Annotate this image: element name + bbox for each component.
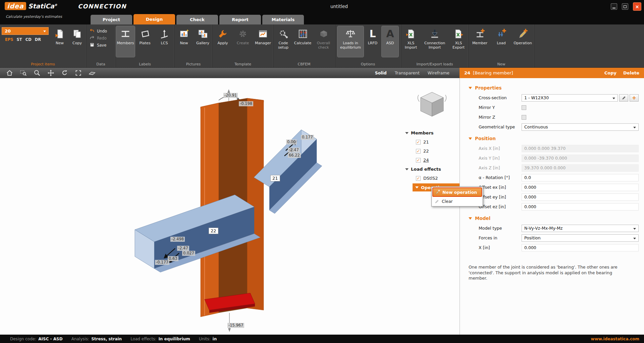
group-label-labels: Labels	[116, 62, 174, 66]
tree-item-member-24[interactable]: ✓ 24	[402, 156, 460, 165]
forces-in-dropdown[interactable]: Position	[522, 234, 639, 242]
rotate-view-icon[interactable]	[60, 69, 68, 77]
tree-group-members[interactable]: Members	[402, 128, 460, 137]
labels-lcs-toggle[interactable]: LCS	[155, 26, 174, 57]
undo-button[interactable]: Undo	[86, 27, 115, 35]
member-delete-button[interactable]: Delete	[623, 70, 639, 75]
overall-check-button[interactable]: Overall check	[313, 26, 334, 57]
load-value-label: 0.177	[301, 135, 314, 140]
rotation-field[interactable]: 0.0	[522, 174, 639, 181]
mirror-y-checkbox[interactable]	[522, 105, 526, 110]
code-setup-button[interactable]: Code setup	[274, 26, 293, 57]
checkbox-checked[interactable]: ✓	[416, 158, 421, 163]
template-apply-button[interactable]: Apply	[213, 26, 232, 57]
maximize-icon	[624, 5, 627, 8]
mirror-z-checkbox[interactable]	[522, 115, 526, 120]
collapse-triangle-icon[interactable]	[469, 137, 472, 140]
expander-icon[interactable]	[415, 186, 419, 188]
tab-materials[interactable]: Materials	[262, 15, 304, 24]
tab-project[interactable]: Project	[91, 15, 132, 24]
pan-icon[interactable]	[47, 69, 55, 77]
zoom-window-icon[interactable]	[19, 69, 27, 77]
render-mode-solid[interactable]: Solid	[375, 70, 387, 75]
type-cd[interactable]: CD	[25, 37, 32, 42]
close-button[interactable]: ×	[633, 2, 641, 11]
tree-item-member-21[interactable]: ✓ 21	[402, 137, 460, 147]
project-item-new-button[interactable]: New	[51, 26, 68, 57]
app-logo: idea StatiCa®	[5, 2, 57, 10]
member-badge-21[interactable]: 21	[270, 175, 280, 181]
tree-group-load-effects[interactable]: Load effects	[402, 165, 460, 174]
section-position[interactable]: Position	[460, 133, 644, 144]
context-menu-new-operation[interactable]: New operation	[432, 187, 482, 197]
offset-ez-field[interactable]: 0.000	[522, 203, 639, 211]
xls-export-button[interactable]: XLS Export	[449, 26, 468, 57]
labels-members-toggle[interactable]: Members	[116, 26, 135, 57]
model-type-dropdown[interactable]: N-Vy-Vz-Mx-My-Mz	[522, 225, 639, 232]
xls-import-button[interactable]: XLS Import	[401, 26, 421, 57]
loads-in-equilibrium-toggle[interactable]: Loads in equilibrium	[337, 26, 364, 57]
cross-section-dropdown[interactable]: 1 - W12X30	[522, 94, 618, 102]
section-properties[interactable]: Properties	[460, 83, 644, 93]
maximize-button[interactable]	[622, 3, 628, 10]
axes-icon	[158, 28, 170, 40]
logo-registered-mark: ®	[54, 3, 57, 7]
redo-button[interactable]: Redo	[86, 35, 115, 42]
checkbox-checked[interactable]: ✓	[416, 149, 421, 154]
project-item-combo[interactable]: 20	[2, 27, 49, 35]
section-model[interactable]: Model	[460, 213, 644, 223]
website-link[interactable]: www.ideastatica.com	[591, 337, 644, 341]
add-cross-section-button[interactable]: +	[630, 94, 639, 102]
x-position-field[interactable]: 0.000	[522, 244, 639, 251]
template-create-button[interactable]: Create	[233, 26, 253, 57]
type-eps[interactable]: EPS	[5, 37, 13, 42]
checkbox-checked[interactable]: ✓	[416, 140, 421, 145]
render-mode-transparent[interactable]: Transparent	[395, 70, 420, 75]
tree-item-load-dstls2[interactable]: ✓ DStlS2	[402, 174, 460, 183]
row-offset-ex: Offset ex [in] 0.000	[460, 182, 644, 192]
tab-check[interactable]: Check	[176, 15, 218, 24]
project-item-copy-button[interactable]: Copy	[69, 26, 86, 57]
tree-item-member-22[interactable]: ✓ 22	[402, 147, 460, 156]
3d-scene[interactable]	[0, 78, 460, 335]
picture-gallery-button[interactable]: Gallery	[194, 26, 212, 57]
calculate-button[interactable]: Calculate	[293, 26, 312, 57]
tab-report[interactable]: Report	[219, 15, 261, 24]
context-menu-clear[interactable]: Clear	[432, 197, 482, 206]
abacus-icon	[297, 28, 309, 40]
tab-design[interactable]: Design	[133, 14, 175, 24]
geometrical-type-dropdown[interactable]: Continuous	[522, 123, 639, 131]
minimize-button[interactable]	[611, 3, 617, 10]
lrfd-button[interactable]: L LRFD	[364, 26, 381, 57]
type-dr[interactable]: DR	[35, 37, 41, 42]
member-copy-button[interactable]: Copy	[604, 70, 616, 75]
zoom-icon[interactable]	[33, 69, 41, 77]
offset-ex-field[interactable]: 0.000	[522, 184, 639, 191]
new-member-button[interactable]: Member	[470, 26, 490, 57]
3d-viewport[interactable]: -20.91 -0.198 0.177 0.00 -2.47 66.22 21 …	[0, 78, 460, 335]
expander-icon[interactable]	[405, 168, 409, 170]
offset-ey-field[interactable]: 0.000	[522, 193, 639, 201]
type-st[interactable]: ST	[17, 37, 22, 42]
navigation-cube[interactable]	[416, 89, 448, 121]
collapse-triangle-icon[interactable]	[469, 217, 472, 220]
collapse-triangle-icon[interactable]	[469, 87, 472, 89]
member-badge-22[interactable]: 22	[209, 228, 218, 234]
row-offset-ez: Offset ez [in] 0.000	[460, 202, 644, 212]
new-load-button[interactable]: Load	[491, 26, 512, 57]
picture-new-button[interactable]: New	[175, 26, 193, 57]
labels-plates-toggle[interactable]: Plates	[136, 26, 154, 57]
template-manager-button[interactable]: Manager	[253, 26, 273, 57]
section-plane-icon[interactable]	[88, 69, 96, 77]
new-operation-button[interactable]: Operation	[513, 26, 533, 57]
home-view-icon[interactable]	[5, 69, 13, 77]
checkbox-checked[interactable]: ✓	[416, 176, 421, 181]
expander-icon[interactable]	[405, 132, 409, 134]
zoom-fit-icon[interactable]	[74, 69, 82, 77]
edit-cross-section-button[interactable]	[619, 94, 628, 102]
connection-import-button[interactable]: Connection Import	[421, 26, 448, 57]
gear-wrench-icon	[277, 28, 289, 40]
asd-button[interactable]: A ASD	[382, 26, 398, 57]
render-mode-wireframe[interactable]: Wireframe	[428, 70, 449, 75]
save-button[interactable]: Save	[86, 42, 115, 49]
